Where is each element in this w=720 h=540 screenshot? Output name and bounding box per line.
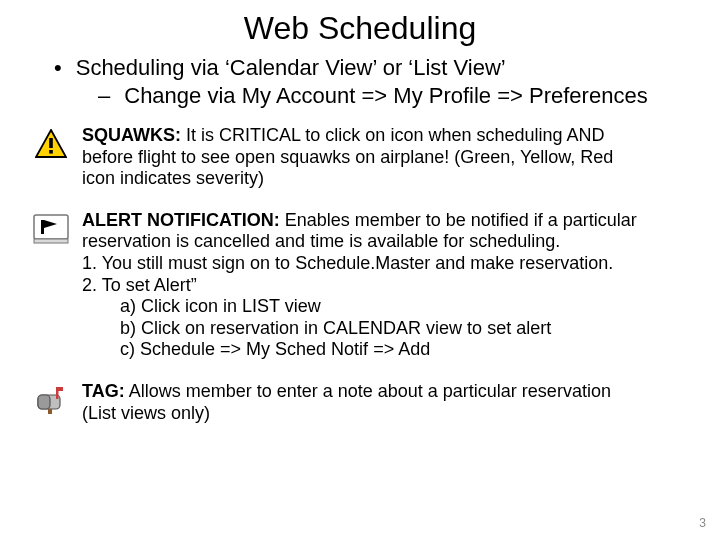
tag-text: TAG: Allows member to enter a note about… xyxy=(82,381,700,424)
svg-rect-10 xyxy=(56,387,63,391)
squawks-text: SQUAWKS: It is CRITICAL to click on icon… xyxy=(82,125,700,190)
alert-flag-icon xyxy=(33,214,69,244)
slide-title: Web Scheduling xyxy=(20,10,700,47)
svg-rect-1 xyxy=(49,138,53,148)
page-number: 3 xyxy=(699,516,706,530)
svg-rect-6 xyxy=(34,239,68,243)
svg-rect-11 xyxy=(48,409,52,414)
alert-block: ALERT NOTIFICATION: Enables member to be… xyxy=(20,210,700,361)
svg-rect-4 xyxy=(41,220,44,234)
bullet-level-2: Change via My Account => My Profile => P… xyxy=(98,83,700,109)
bullet-level-1: Scheduling via ‘Calendar View’ or ‘List … xyxy=(54,55,700,81)
svg-rect-2 xyxy=(49,150,53,154)
svg-rect-3 xyxy=(34,215,68,239)
mailbox-icon xyxy=(36,385,66,415)
warning-icon xyxy=(35,129,67,159)
squawks-block: SQUAWKS: It is CRITICAL to click on icon… xyxy=(20,125,700,190)
tag-block: TAG: Allows member to enter a note about… xyxy=(20,381,700,424)
svg-rect-8 xyxy=(38,395,50,409)
alert-text: ALERT NOTIFICATION: Enables member to be… xyxy=(82,210,700,361)
